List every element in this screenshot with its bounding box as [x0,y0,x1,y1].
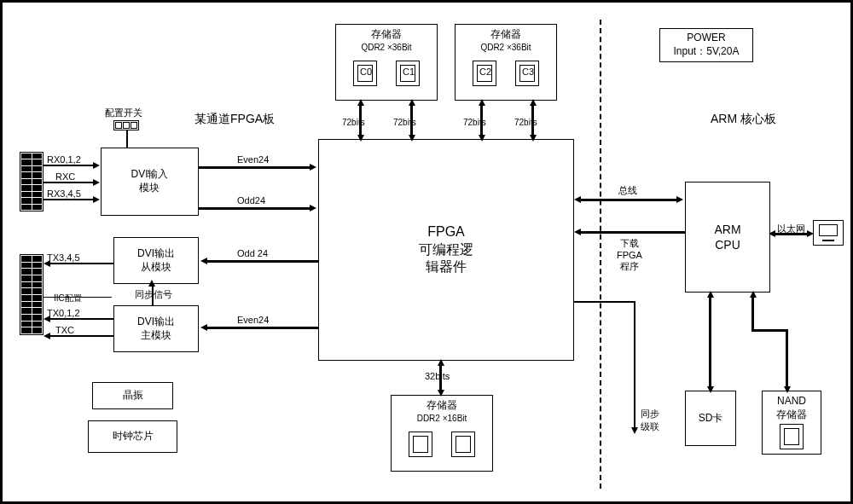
sync-signal-label: 同步信号 [135,288,172,301]
arm-sd-line [709,295,711,389]
chip-c3-label: C3 [522,66,534,78]
bits72-1-line [359,103,362,137]
tx345-line [50,263,114,264]
arm-nand-au [750,291,757,298]
tx012-arrow [44,316,50,322]
arm-cpu-box: ARM CPU [685,182,770,293]
bits32-line [439,363,442,392]
odd24-2-label: Odd 24 [237,248,268,258]
arm-nand-v1 [751,295,754,329]
rx345-arrow [93,196,100,203]
bits72-1-au [357,99,364,106]
iic-label: IIC配置 [54,293,82,304]
dip-switch-icon [113,120,139,130]
even24-1-label: Even24 [237,154,269,165]
odd24-2-arrow [200,258,207,264]
clock-box: 时钟芯片 [88,420,177,453]
rx-connector-icon [20,152,44,211]
arm-eth-line [773,233,809,235]
tx345-label: TX3,4,5 [47,252,80,263]
arm-nand-v2 [786,329,788,389]
bits72-2-au [409,99,415,106]
download-line [581,231,685,234]
sync-cascade-ad [631,427,638,434]
txc-arrow [44,333,50,339]
diagram-canvas: 某通道FPGA板 ARM 核心板 POWER Input：5V,20A 存储器 … [0,0,853,504]
mem-top2-title: 存储器 [490,28,521,42]
dvi-out-master-box: DVI输出 主模块 [113,305,199,352]
rxc-line [44,182,95,183]
bits32-label: 32bits [425,371,450,381]
chip-c1-label: C1 [403,66,415,78]
sync-arrow [148,280,155,287]
arm-sd-ad [707,386,714,393]
tx345-arrow [44,260,50,267]
even24-2-label: Even24 [237,315,269,325]
arm-nand-ad [784,386,791,393]
rxc-label: RXC [55,171,75,182]
arm-cpu-label: ARM CPU [714,222,740,252]
chip-c0-label: C0 [360,66,372,78]
txc-label: TXC [55,325,74,335]
sync-line [152,284,154,305]
divider [600,20,601,489]
mem-top2-subtitle: QDR2 ×36Bit [480,42,531,53]
bits72-1-ad [357,135,364,142]
bits72-4-line [531,103,534,137]
ethernet-port-icon [813,220,844,246]
mem-top2: 存储器 QDR2 ×36Bit C2 C3 [455,24,557,101]
fpga-label: FPGA 可编程逻 辑器件 [419,223,473,276]
even24-2-arrow [200,324,207,331]
mem-bottom-chip1 [409,432,432,457]
power-line2: Input：5V,20A [674,45,740,59]
bus-line [581,199,678,201]
mem-bottom-chip2 [451,432,475,457]
config-switch-label: 配置开关 [105,107,142,119]
mem-bottom-title: 存储器 [426,399,457,413]
odd24-1-arrow [310,205,316,211]
bits72-3-ad [479,135,485,142]
rx345-label: RX3,4,5 [47,188,81,199]
even24-1-line [199,166,311,169]
nand-chip [780,424,804,449]
sync-cascade-h [574,301,634,303]
dvi-input-label: DVI输入 模块 [131,168,168,194]
tx012-label: TX0,1,2 [47,308,80,318]
arm-eth-al [769,230,775,237]
odd24-2-line [207,260,318,263]
bits72-2-line [410,103,413,137]
sd-box: SD卡 [685,391,736,446]
rx012-arrow [93,162,100,169]
chip-c2-label: C2 [479,66,491,78]
osc-label: 晶振 [123,389,143,403]
tx-connector-icon [20,254,44,335]
power-box: POWER Input：5V,20A [659,28,753,62]
even24-1-arrow [310,164,316,171]
bits72-4-au [530,99,537,106]
sd-label: SD卡 [699,412,723,426]
bits72-4-ad [530,135,537,142]
nand-box: NAND 存储器 [762,391,821,455]
dvi-out-slave-box: DVI输出 从模块 [113,237,199,284]
mem-top1-subtitle: QDR2 ×36Bit [361,42,411,53]
arm-sd-au [707,291,714,298]
download-label: 下载 FPGA 程序 [617,237,642,273]
mem-bottom: 存储器 DDR2 ×16Bit [391,395,493,472]
rx012-line [44,165,95,166]
even24-2-line [207,327,318,329]
bits72-3-line [480,103,483,137]
iic-line [44,297,112,298]
tx012-line [50,318,114,320]
odd24-1-line [199,207,311,210]
bus-al [574,196,581,203]
bits72-2-ad [409,135,415,142]
bits72-3-au [479,99,485,106]
sync-cascade-label: 同步 级联 [641,408,659,433]
dvi-input-box: DVI输入 模块 [101,148,199,216]
fpga-board-title: 某通道FPGA板 [194,112,275,127]
mem-bottom-subtitle: DDR2 ×16Bit [417,413,467,424]
txc-line [50,335,114,337]
nand-label: NAND 存储器 [776,395,807,421]
dip-line [126,130,128,148]
rxc-arrow [93,179,100,186]
